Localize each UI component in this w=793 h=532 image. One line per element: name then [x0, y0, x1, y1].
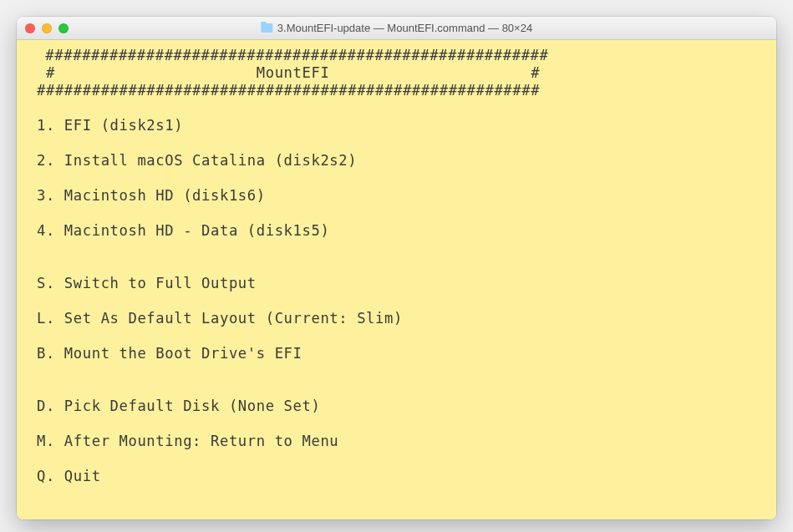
close-button[interactable] [25, 23, 35, 33]
folder-icon [261, 23, 272, 33]
titlebar[interactable]: 3.MountEFI-update — MountEFI.command — 8… [17, 17, 776, 40]
list-item: L. Set As Default Layout (Current: Slim) [37, 310, 765, 327]
terminal-window: 3.MountEFI-update — MountEFI.command — 8… [17, 17, 776, 519]
list-item: 4. Macintosh HD - Data (disk1s5) [37, 222, 765, 240]
window-title: 3.MountEFI-update — MountEFI.command — 8… [277, 22, 532, 34]
list-item: M. After Mounting: Return to Menu [37, 433, 765, 450]
list-item: 2. Install macOS Catalina (disk2s2) [37, 152, 765, 170]
list-item: 3. Macintosh HD (disk1s6) [37, 187, 765, 205]
header-title-line: # MountEFI # [37, 64, 765, 82]
header-hash-bottom: ########################################… [37, 82, 765, 99]
header-hash-top: ########################################… [37, 47, 765, 64]
traffic-lights [25, 23, 69, 33]
list-item: Q. Quit [37, 468, 765, 485]
terminal-content[interactable]: ########################################… [17, 40, 776, 519]
list-item: 1. EFI (disk2s1) [37, 117, 765, 134]
list-item: B. Mount the Boot Drive's EFI [37, 345, 765, 362]
window-title-wrap: 3.MountEFI-update — MountEFI.command — 8… [261, 22, 532, 34]
list-item: D. Pick Default Disk (None Set) [37, 398, 765, 415]
minimize-button[interactable] [42, 23, 52, 33]
list-item: S. Switch to Full Output [37, 275, 765, 292]
maximize-button[interactable] [58, 23, 69, 33]
